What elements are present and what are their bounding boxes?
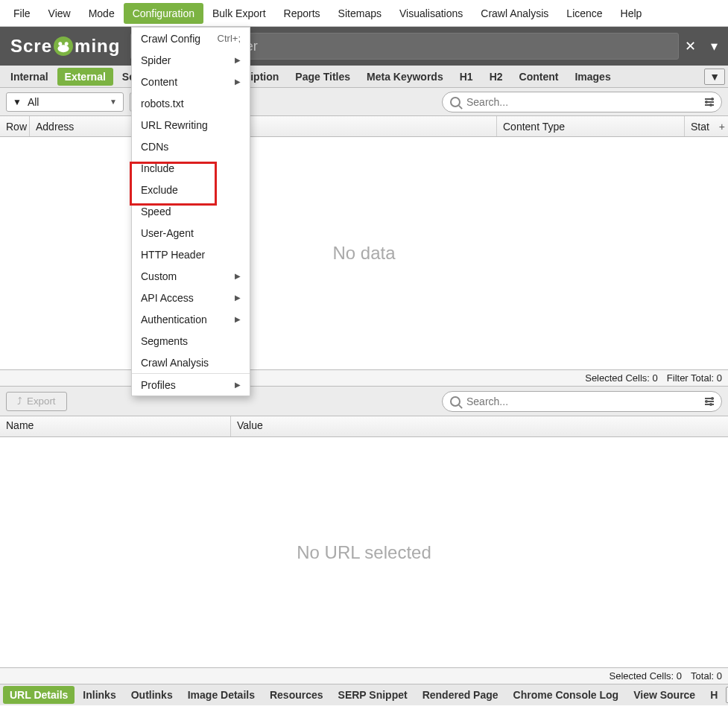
lower-search-wrap bbox=[442, 391, 722, 412]
menu-sitemaps[interactable]: Sitemaps bbox=[329, 3, 390, 24]
th-address[interactable]: Address bbox=[30, 116, 497, 136]
cm-exclude[interactable]: Exclude bbox=[132, 179, 250, 200]
filter-select[interactable]: ▼ All ▼ bbox=[6, 92, 124, 112]
lth-name[interactable]: Name bbox=[0, 416, 231, 436]
tab-h2[interactable]: H2 bbox=[482, 68, 510, 86]
cm-content[interactable]: Content▶ bbox=[132, 71, 250, 92]
btab-inlinks[interactable]: Inlinks bbox=[76, 686, 122, 704]
menu-mode[interactable]: Mode bbox=[80, 3, 124, 24]
clear-icon[interactable]: ✕ bbox=[685, 38, 696, 54]
cm-custom[interactable]: Custom▶ bbox=[132, 265, 250, 287]
btab-h[interactable]: H bbox=[703, 686, 724, 704]
cm-label: Include bbox=[141, 162, 174, 174]
cm-url-rewriting[interactable]: URL Rewriting bbox=[132, 114, 250, 136]
btab-chrome-console-log[interactable]: Chrome Console Log bbox=[507, 686, 626, 704]
sliders-icon[interactable] bbox=[705, 98, 714, 106]
lth-value[interactable]: Value bbox=[231, 416, 728, 436]
cm-label: CDNs bbox=[141, 141, 168, 153]
menu-reports[interactable]: Reports bbox=[275, 3, 329, 24]
menu-licence[interactable]: Licence bbox=[557, 3, 611, 24]
svg-point-2 bbox=[58, 45, 69, 52]
cm-label: HTTP Header bbox=[141, 249, 205, 261]
btab-outlinks[interactable]: Outlinks bbox=[124, 686, 180, 704]
cm-user-agent[interactable]: User-Agent bbox=[132, 222, 250, 244]
cm-authentication[interactable]: Authentication▶ bbox=[132, 308, 250, 330]
btab-view-source[interactable]: View Source bbox=[627, 686, 702, 704]
svg-point-0 bbox=[58, 42, 62, 45]
cm-robots-txt[interactable]: robots.txt bbox=[132, 92, 250, 114]
tab-external[interactable]: External bbox=[57, 68, 113, 86]
cm-speed[interactable]: Speed bbox=[132, 200, 250, 222]
cm-profiles[interactable]: Profiles▶ bbox=[132, 374, 250, 395]
menu-bulk-export[interactable]: Bulk Export bbox=[203, 3, 275, 24]
chevron-down-icon[interactable]: ▾ bbox=[711, 38, 718, 54]
tab-page-titles[interactable]: Page Titles bbox=[288, 68, 358, 86]
th-content-type[interactable]: Content Type bbox=[497, 116, 685, 136]
cm-label: Crawl Config bbox=[141, 33, 200, 45]
submenu-arrow-icon: ▶ bbox=[235, 381, 241, 389]
no-url-label: No URL selected bbox=[297, 542, 431, 563]
cm-label: Crawl Analysis bbox=[141, 357, 209, 369]
funnel-icon: ▼ bbox=[13, 97, 22, 107]
search-wrap bbox=[442, 92, 722, 112]
menu-view[interactable]: View bbox=[39, 3, 80, 24]
cm-http-header[interactable]: HTTP Header bbox=[132, 244, 250, 265]
tabs-overflow-button[interactable]: ▼ bbox=[704, 69, 725, 85]
submenu-arrow-icon: ▶ bbox=[235, 293, 241, 302]
url-bar-row: Scre ming ✕ ▾ bbox=[0, 27, 728, 66]
logo-text-after: ming bbox=[75, 36, 120, 57]
frog-icon bbox=[54, 36, 73, 56]
lower-data-area: No URL selected bbox=[0, 437, 728, 668]
tab-h1[interactable]: H1 bbox=[452, 68, 481, 86]
cm-spider[interactable]: Spider▶ bbox=[132, 49, 250, 71]
cm-cdns[interactable]: CDNs bbox=[132, 136, 250, 157]
urlbar-actions: ✕ ▾ bbox=[685, 38, 728, 54]
logo-text-before: Scre bbox=[10, 36, 52, 57]
menu-crawl-analysis[interactable]: Crawl Analysis bbox=[472, 3, 557, 24]
cm-segments[interactable]: Segments bbox=[132, 330, 250, 352]
cm-label: Spider bbox=[141, 54, 171, 66]
tab-meta-keywords[interactable]: Meta Keywords bbox=[359, 68, 451, 86]
lower-export-button[interactable]: ⤴ Export bbox=[6, 392, 67, 411]
btab-rendered-page[interactable]: Rendered Page bbox=[416, 686, 505, 704]
btab-resources[interactable]: Resources bbox=[263, 686, 330, 704]
lower-export-label: Export bbox=[27, 395, 56, 407]
th-status[interactable]: Stat bbox=[685, 116, 728, 136]
menu-file[interactable]: File bbox=[4, 3, 39, 24]
filter-total-value: 0 bbox=[717, 372, 722, 384]
search-input[interactable] bbox=[466, 96, 699, 108]
filter-total-label: Filter Total: bbox=[667, 372, 714, 384]
menu-visualisations[interactable]: Visualisations bbox=[390, 3, 472, 24]
cm-crawl-config[interactable]: Crawl ConfigCtrl+; bbox=[132, 28, 250, 49]
cm-crawl-analysis[interactable]: Crawl Analysis bbox=[132, 352, 250, 373]
submenu-arrow-icon: ▶ bbox=[235, 77, 241, 86]
btab-url-details[interactable]: URL Details bbox=[3, 686, 75, 704]
menu-help[interactable]: Help bbox=[612, 3, 651, 24]
lower-table-header: Name Value bbox=[0, 416, 728, 437]
cm-label: Authentication bbox=[141, 314, 207, 325]
tab-content[interactable]: Content bbox=[512, 68, 566, 86]
selected-cells-value: 0 bbox=[677, 670, 682, 682]
cm-label: URL Rewriting bbox=[141, 119, 208, 131]
btab-serp-snippet[interactable]: SERP Snippet bbox=[332, 686, 414, 704]
data-area: No data bbox=[0, 137, 728, 370]
search-icon bbox=[450, 97, 460, 107]
filter-label: All bbox=[28, 96, 39, 108]
th-row[interactable]: Row bbox=[0, 116, 30, 136]
chevron-down-icon: ▼ bbox=[110, 98, 117, 106]
btab-image-details[interactable]: Image Details bbox=[181, 686, 262, 704]
lower-search-input[interactable] bbox=[466, 395, 699, 407]
cm-label: Custom bbox=[141, 270, 177, 282]
cm-label: Segments bbox=[141, 335, 188, 347]
tab-images[interactable]: Images bbox=[567, 68, 618, 86]
lower-toolbar: ⤴ Export bbox=[0, 387, 728, 416]
sliders-icon[interactable] bbox=[705, 398, 714, 405]
total-value: 0 bbox=[717, 670, 722, 682]
selected-cells-label: Selected Cells: bbox=[585, 372, 650, 384]
tab-internal[interactable]: Internal bbox=[3, 68, 56, 86]
cm-shortcut: Ctrl+; bbox=[218, 33, 241, 44]
cm-label: User-Agent bbox=[141, 227, 194, 239]
cm-api-access[interactable]: API Access▶ bbox=[132, 287, 250, 308]
menu-configuration[interactable]: Configuration bbox=[124, 3, 203, 24]
cm-include[interactable]: Include bbox=[132, 157, 250, 179]
